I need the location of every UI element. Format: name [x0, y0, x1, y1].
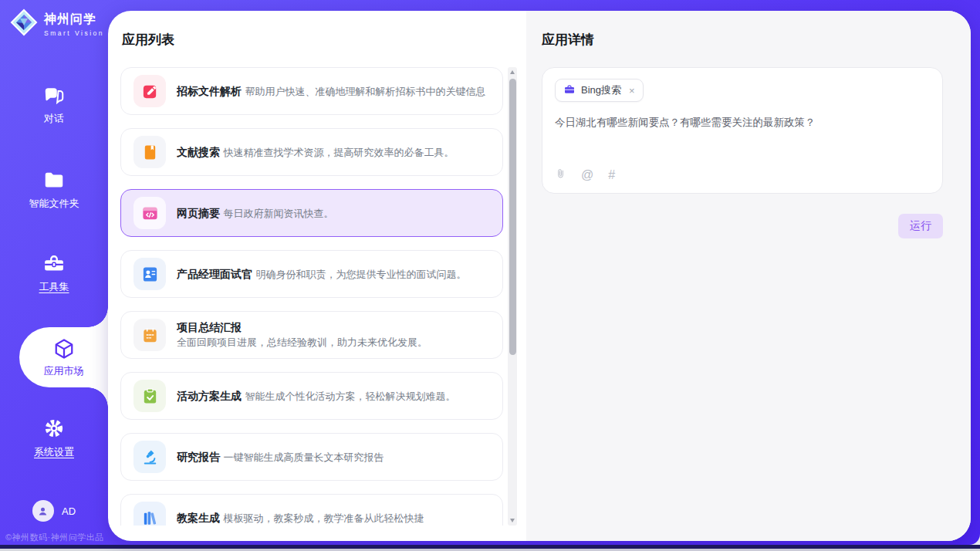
briefcase-icon: [563, 83, 576, 98]
clipboard-check-icon: [133, 380, 166, 412]
app-item-desc: 明确身份和职责，为您提供专业性的面试问题。: [255, 269, 466, 280]
prompt-card: Bing搜索 × 今日湖北有哪些新闻要点？有哪些需要关注的最新政策？ @ #: [542, 67, 943, 194]
page: 神州问学 Smart Vision 对话 智能文件夹 工具集 应用市场: [0, 0, 980, 551]
books-icon: [133, 502, 166, 526]
chat-icon: [42, 83, 66, 106]
scroll-down-icon[interactable]: [510, 519, 515, 522]
scroll-up-icon[interactable]: [510, 70, 515, 74]
app-item-name: 招标文件解析: [177, 85, 242, 97]
app-item-name: 文献搜索: [177, 146, 220, 158]
sidebar-item-chat[interactable]: 对话: [0, 83, 108, 126]
app-list-pane: 应用列表 招标文件解析 帮助用户快速、准确地理解和解析招标书中的关键信息 文献搜…: [108, 11, 526, 541]
sidebar-item-toolbox[interactable]: 工具集: [0, 252, 108, 294]
app-list-item[interactable]: 产品经理面试官 明确身份和职责，为您提供专业性的面试问题。: [120, 250, 503, 298]
app-item-desc: 全面回顾项目进展，总结经验教训，助力未来优化发展。: [177, 336, 427, 348]
app-item-name: 研究报告: [177, 451, 220, 463]
app-list-item[interactable]: 网页摘要 每日政府新闻资讯快查。: [120, 189, 503, 237]
app-item-desc: 模板驱动，教案秒成，教学准备从此轻松快捷: [223, 512, 424, 524]
app-item-name: 教案生成: [177, 512, 220, 524]
scrollbar-thumb[interactable]: [509, 79, 516, 355]
app-detail-pane: 应用详情 Bing搜索 × 今日湖北有哪些新闻要点？有哪些需要关注的最新政策？: [526, 11, 971, 541]
user-initials: AD: [62, 505, 76, 517]
remove-tag-icon[interactable]: ×: [629, 85, 635, 96]
sidebar-item-folder[interactable]: 智能文件夹: [0, 168, 108, 211]
brand-tagline: Smart Vision: [44, 29, 104, 37]
app-detail-title: 应用详情: [542, 31, 943, 49]
app-item-desc: 快速精准查找学术资源，提高研究效率的必备工具。: [223, 147, 454, 158]
microscope-icon: [133, 441, 166, 473]
avatar: [32, 500, 54, 522]
app-item-name: 产品经理面试官: [177, 268, 252, 280]
run-button[interactable]: 运行: [898, 214, 943, 238]
app-list-item[interactable]: 教案生成 模板驱动，教案秒成，教学准备从此轻松快捷: [120, 494, 503, 526]
sidebar: 神州问学 Smart Vision 对话 智能文件夹 工具集 应用市场: [0, 0, 108, 545]
app-item-name: 活动方案生成: [177, 390, 242, 402]
prompt-text[interactable]: 今日湖北有哪些新闻要点？有哪些需要关注的最新政策？: [555, 115, 930, 130]
book-icon: [133, 136, 166, 168]
brand-name: 神州问学: [44, 12, 104, 28]
brand-diamond-icon: [10, 8, 38, 39]
app-item-name: 网页摘要: [177, 207, 220, 219]
brand-logo: 神州问学 Smart Vision: [10, 8, 104, 39]
app-list: 招标文件解析 帮助用户快速、准确地理解和解析招标书中的关键信息 文献搜索 快速精…: [120, 67, 503, 526]
app-list-item[interactable]: 项目总结汇报 全面回顾项目进展，总结经验教训，助力未来优化发展。: [120, 311, 503, 359]
main-panel: 应用列表 招标文件解析 帮助用户快速、准确地理解和解析招标书中的关键信息 文献搜…: [108, 11, 971, 541]
app-list-item[interactable]: 文献搜索 快速精准查找学术资源，提高研究效率的必备工具。: [120, 128, 503, 176]
scrollbar[interactable]: [508, 67, 517, 526]
person-doc-icon: [133, 258, 166, 290]
app-item-desc: 每日政府新闻资讯快查。: [223, 208, 333, 219]
tool-tag[interactable]: Bing搜索 ×: [555, 79, 644, 102]
tool-tag-label: Bing搜索: [581, 83, 621, 97]
browser-code-icon: [133, 197, 166, 229]
app-list-item[interactable]: 研究报告 一键智能生成高质量长文本研究报告: [120, 433, 503, 481]
note-icon: [133, 319, 166, 351]
folder-icon: [42, 168, 66, 191]
edit-square-icon: [133, 75, 166, 107]
user-chip[interactable]: AD: [0, 500, 108, 522]
toolbox-icon: [42, 252, 66, 275]
app-list-title: 应用列表: [122, 31, 517, 49]
sidebar-item-cube[interactable]: 应用市场: [19, 327, 108, 387]
app-item-desc: 智能生成个性化活动方案，轻松解决规划难题。: [245, 390, 455, 402]
app-item-name: 项目总结汇报: [177, 321, 242, 333]
app-list-item[interactable]: 招标文件解析 帮助用户快速、准确地理解和解析招标书中的关键信息: [120, 67, 503, 115]
app-item-desc: 一键智能生成高质量长文本研究报告: [223, 451, 384, 463]
copyright: ©神州数码·神州问学出品: [5, 532, 104, 543]
cube-icon: [52, 337, 76, 360]
app-list-item[interactable]: 活动方案生成 智能生成个性化活动方案，轻松解决规划难题。: [120, 372, 503, 420]
mention-icon[interactable]: @: [581, 169, 593, 181]
attachment-icon[interactable]: [555, 167, 566, 182]
app-item-desc: 帮助用户快速、准确地理解和解析招标书中的关键信息: [245, 86, 485, 97]
hash-icon[interactable]: #: [608, 169, 615, 181]
sidebar-item-gear[interactable]: 系统设置: [0, 417, 108, 459]
gear-icon: [42, 417, 66, 440]
